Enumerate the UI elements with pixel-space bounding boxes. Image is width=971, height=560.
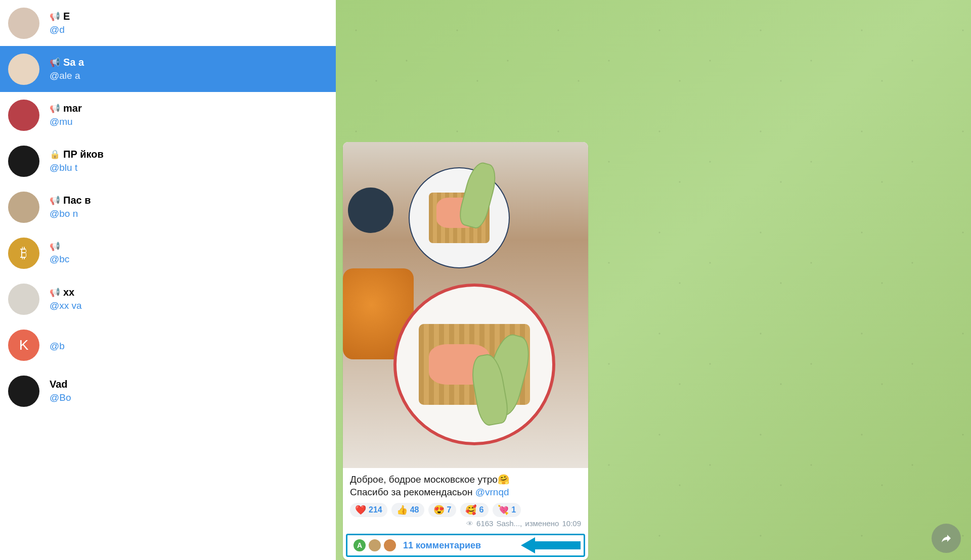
contact-text: @b — [50, 339, 328, 352]
contact-text: 📢xx@xx va — [50, 287, 328, 311]
contact-text: 📢Sa a@ale a — [50, 57, 328, 81]
contact-title: 📢Пас в — [50, 195, 328, 206]
megaphone-icon: 📢 — [50, 287, 60, 298]
contact-title-text: Vad — [50, 379, 68, 390]
contact-title-text: Пас в — [63, 195, 91, 206]
reaction-emoji: 💘 — [498, 504, 509, 516]
contacts-sidebar[interactable]: 📢E@d📢Sa a@ale a📢mar@mu🔒ПР йков@blu t📢Пас… — [0, 0, 336, 560]
image-cup — [348, 188, 393, 233]
megaphone-icon: 📢 — [50, 57, 60, 68]
reaction-emoji: 🥰 — [465, 504, 476, 516]
contact-title: 🔒ПР йков — [50, 149, 328, 160]
contact-item-6[interactable]: 📢xx@xx va — [0, 276, 336, 322]
contact-avatar — [8, 284, 39, 315]
contact-handle: @xx va — [50, 300, 328, 311]
post-body: Доброе, бодрое московское утро🤗 Спасибо … — [343, 468, 588, 531]
megaphone-icon: 📢 — [50, 103, 60, 114]
contact-title: 📢xx — [50, 287, 328, 298]
contact-item-7[interactable]: K @b — [0, 322, 336, 368]
post-meta: 👁 6163 Sash..., изменено 10:09 — [350, 519, 581, 528]
megaphone-icon: 📢 — [50, 241, 60, 252]
views-icon: 👁 — [466, 520, 473, 528]
contact-avatar — [8, 8, 39, 39]
contact-item-1[interactable]: 📢Sa a@ale a — [0, 46, 336, 92]
arrow-callout-icon — [521, 534, 582, 556]
comment-avatar-2 — [368, 538, 382, 552]
reaction-count: 48 — [410, 505, 419, 515]
contact-handle: @b — [50, 341, 328, 352]
chat-area: Доброе, бодрое московское утро🤗 Спасибо … — [336, 0, 971, 560]
contact-title-text: Sa a — [63, 57, 84, 68]
contact-item-4[interactable]: 📢Пас в@bo n — [0, 184, 336, 230]
reaction-count: 6 — [479, 505, 483, 515]
reactions-row: ❤️214👍48😍7🥰6💘1 — [350, 503, 581, 517]
reaction-2[interactable]: 😍7 — [428, 503, 457, 517]
contact-title: 📢E — [50, 11, 328, 22]
svg-marker-0 — [521, 537, 581, 553]
reaction-1[interactable]: 👍48 — [391, 503, 424, 517]
contact-text: 📢Пас в@bo n — [50, 195, 328, 219]
contact-item-0[interactable]: 📢E@d — [0, 0, 336, 46]
contact-text: 📢mar@mu — [50, 103, 328, 127]
contact-title-text: ПР йков — [63, 149, 104, 160]
contact-text: 🔒ПР йков@blu t — [50, 149, 328, 173]
contact-handle: @blu t — [50, 162, 328, 173]
contact-handle: @mu — [50, 116, 328, 127]
contact-title-text: xx — [63, 287, 74, 298]
reaction-3[interactable]: 🥰6 — [460, 503, 489, 517]
contact-title: Vad — [50, 379, 328, 390]
contact-avatar — [8, 100, 39, 131]
comments-bar[interactable]: A 11 комментариев — [346, 534, 585, 557]
contact-text: 📢 @bc — [50, 241, 328, 265]
contact-handle: @d — [50, 24, 328, 35]
contact-avatar — [8, 146, 39, 177]
share-button[interactable] — [932, 524, 961, 553]
reaction-emoji: 👍 — [396, 504, 408, 516]
contact-title: 📢Sa a — [50, 57, 328, 68]
post-time: 10:09 — [562, 519, 581, 528]
contact-avatar — [8, 192, 39, 223]
reaction-count: 1 — [511, 505, 516, 515]
post-author: Sash..., — [496, 519, 522, 528]
megaphone-icon: 📢 — [50, 195, 60, 206]
channel-post[interactable]: Доброе, бодрое московское утро🤗 Спасибо … — [343, 142, 588, 560]
post-image[interactable] — [343, 142, 588, 468]
chat-column: Доброе, бодрое московское утро🤗 Спасибо … — [343, 0, 588, 560]
contact-handle: @bo n — [50, 208, 328, 219]
contact-item-2[interactable]: 📢mar@mu — [0, 92, 336, 138]
contact-text: Vad@Bo — [50, 379, 328, 403]
contact-handle: @bc — [50, 254, 328, 265]
comments-label: 11 комментариев — [403, 540, 481, 551]
post-line2: Спасибо за рекомендасьон — [350, 487, 475, 497]
reaction-4[interactable]: 💘1 — [493, 503, 521, 517]
reaction-0[interactable]: ❤️214 — [350, 503, 387, 517]
lock-icon: 🔒 — [50, 149, 60, 160]
contact-avatar: ₿ — [8, 238, 39, 269]
megaphone-icon: 📢 — [50, 11, 60, 22]
post-text: Доброе, бодрое московское утро🤗 Спасибо … — [350, 473, 581, 499]
reaction-count: 7 — [447, 505, 452, 515]
reaction-count: 214 — [369, 505, 382, 515]
contact-avatar: K — [8, 330, 39, 361]
edited-label: изменено — [525, 519, 559, 528]
contact-title-text: mar — [63, 103, 82, 114]
share-icon — [940, 532, 952, 544]
contact-title-text: E — [63, 11, 70, 22]
contact-title: 📢 — [50, 241, 328, 252]
contact-avatar — [8, 376, 39, 407]
contact-handle: @ale a — [50, 70, 328, 81]
comment-avatar-1: A — [352, 538, 367, 552]
contact-item-5[interactable]: ₿📢 @bc — [0, 230, 336, 276]
comment-avatar-3 — [383, 538, 397, 552]
post-line1: Доброе, бодрое московское утро — [350, 474, 498, 485]
contact-text: 📢E@d — [50, 11, 328, 35]
mention-link[interactable]: @vrnqd — [475, 487, 509, 497]
contact-title: 📢mar — [50, 103, 328, 114]
reaction-emoji: ❤️ — [355, 504, 366, 516]
contact-item-3[interactable]: 🔒ПР йков@blu t — [0, 138, 336, 184]
contact-avatar — [8, 54, 39, 85]
contact-handle: @Bo — [50, 392, 328, 403]
reaction-emoji: 😍 — [433, 504, 445, 516]
contact-item-8[interactable]: Vad@Bo — [0, 368, 336, 414]
views-count: 6163 — [476, 519, 493, 528]
